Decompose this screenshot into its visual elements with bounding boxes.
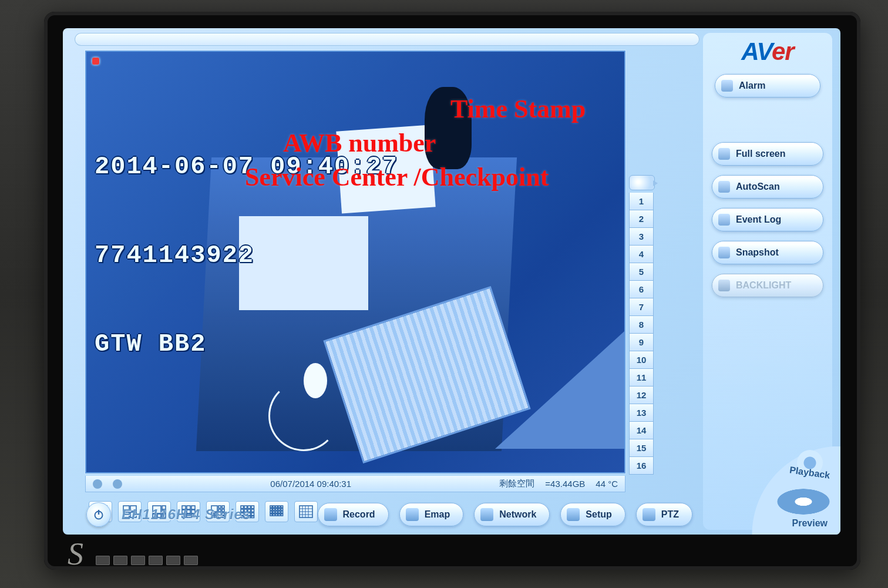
- status-icon: [113, 479, 122, 489]
- status-disk-label: 剩餘空間: [499, 478, 534, 489]
- alarm-button[interactable]: Alarm: [715, 74, 820, 98]
- autoscan-button[interactable]: AutoScan: [712, 175, 823, 199]
- brand-logo: AVer: [741, 38, 793, 66]
- mode-wedge: Playback Preview: [735, 446, 840, 535]
- channel-16-button[interactable]: 16: [629, 457, 654, 475]
- channel-12-button[interactable]: 12: [629, 387, 654, 404]
- record-button[interactable]: Record: [318, 503, 389, 526]
- fullscreen-button[interactable]: Full screen: [712, 142, 823, 166]
- channel-13-button[interactable]: 13: [629, 404, 654, 422]
- network-button[interactable]: Network: [474, 503, 550, 526]
- osd-checkpoint: GTW BB2: [95, 330, 398, 359]
- channel-2-button[interactable]: 2: [629, 210, 654, 228]
- status-datetime: 06/07/2014 09:40:31: [270, 479, 351, 489]
- channel-list: 1 2 3 4 5 6 7 8 9 10 11 12 13 14 15 16: [629, 175, 655, 475]
- channel-14-button[interactable]: 14: [629, 422, 654, 439]
- ptz-button[interactable]: PTZ: [636, 503, 692, 526]
- channel-11-button[interactable]: 11: [629, 369, 654, 387]
- annotation-awb: AWB number: [283, 128, 436, 158]
- channel-1-button[interactable]: 1: [629, 193, 654, 210]
- monitor-badges: [96, 556, 198, 565]
- channel-7-button[interactable]: 7: [629, 298, 654, 316]
- camera-feed: 2014-06-07 09:40:27 7741143922 GTW BB2 T…: [86, 52, 624, 472]
- osd-awb-number: 7741143922: [95, 241, 398, 270]
- setup-button[interactable]: Setup: [560, 503, 625, 526]
- channel-9-button[interactable]: 9: [629, 334, 654, 351]
- emap-button[interactable]: Emap: [399, 503, 464, 526]
- annotation-checkpoint: Service Center /Checkpoint: [245, 162, 549, 192]
- command-bar: EH1116H-4 Series Record Emap Network Set…: [79, 499, 699, 530]
- channel-8-button[interactable]: 8: [629, 316, 654, 334]
- monitor-brand-icon: S: [68, 536, 83, 572]
- preview-icon[interactable]: [777, 489, 830, 515]
- playback-label[interactable]: Playback: [789, 465, 830, 481]
- status-icon: [93, 479, 102, 489]
- channel-5-button[interactable]: 5: [629, 263, 654, 281]
- channel-3-button[interactable]: 3: [629, 228, 654, 246]
- snapshot-button[interactable]: Snapshot: [712, 241, 823, 264]
- video-viewport[interactable]: 2014-06-07 09:40:27 7741143922 GTW BB2 T…: [85, 51, 625, 473]
- eventlog-button[interactable]: Event Log: [712, 208, 823, 231]
- status-temperature: 44 °C: [596, 479, 618, 489]
- camera-icon[interactable]: [629, 175, 655, 190]
- channel-6-button[interactable]: 6: [629, 281, 654, 298]
- title-bar: [75, 33, 699, 46]
- power-button[interactable]: [86, 502, 111, 527]
- channel-4-button[interactable]: 4: [629, 246, 654, 263]
- channel-10-button[interactable]: 10: [629, 351, 654, 369]
- channel-15-button[interactable]: 15: [629, 439, 654, 457]
- annotation-timestamp: Time Stamp: [450, 94, 586, 124]
- status-disk-value: =43.44GB: [545, 479, 585, 489]
- model-label: EH1116H-4 Series: [122, 506, 251, 523]
- application-screen: 2014-06-07 09:40:27 7741143922 GTW BB2 T…: [63, 28, 840, 535]
- record-indicator-icon: [92, 58, 99, 65]
- backlight-button[interactable]: BACKLIGHT: [712, 274, 823, 297]
- preview-label[interactable]: Preview: [792, 518, 828, 529]
- status-bar: 06/07/2014 09:40:31 剩餘空間 =43.44GB 44 °C: [85, 476, 625, 492]
- monitor-bezel: 2014-06-07 09:40:27 7741143922 GTW BB2 T…: [44, 12, 860, 570]
